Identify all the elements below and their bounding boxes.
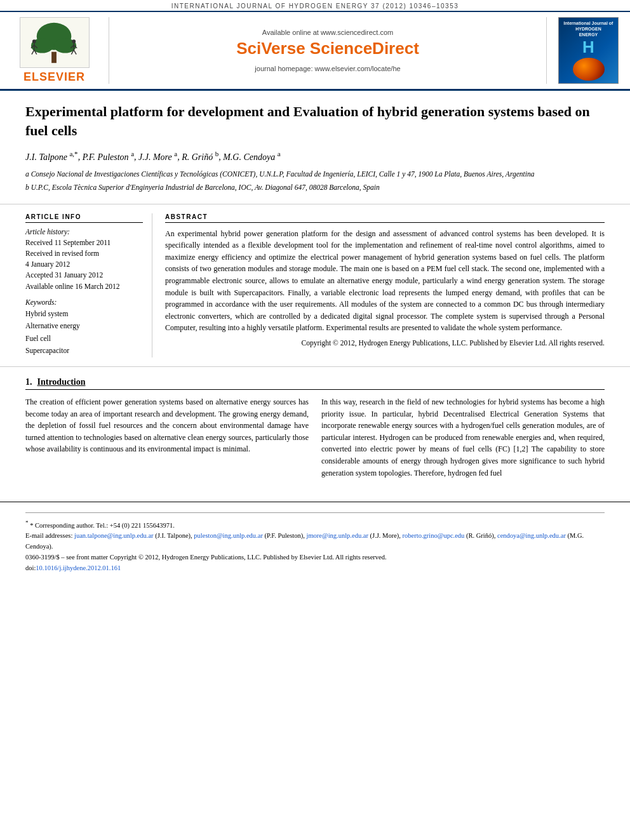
- article-meta-section: ARTICLE INFO Article history: Received 1…: [0, 204, 630, 367]
- email-cendoya[interactable]: cendoya@ing.unlp.edu.ar: [497, 532, 566, 539]
- journal-homepage: journal homepage: www.elsevier.com/locat…: [255, 65, 400, 72]
- header-center: Available online at www.sciencedirect.co…: [109, 17, 546, 84]
- footnote-star: *: [25, 519, 29, 526]
- footer-area: * * Corresponding author. Tel.: +54 (0) …: [0, 502, 630, 573]
- available-online-text: Available online at www.sciencedirect.co…: [262, 29, 393, 36]
- keywords-label: Keywords:: [25, 298, 143, 306]
- accepted-date: Accepted 31 January 2012: [25, 270, 143, 281]
- journal-topbar: INTERNATIONAL JOURNAL OF HYDROGEN ENERGY…: [0, 0, 630, 12]
- received-date: Received 11 September 2011: [25, 237, 143, 248]
- article-title: Experimental platform for development an…: [25, 102, 605, 140]
- journal-cover: International Journal ofHYDROGENENERGY H: [558, 17, 619, 84]
- keyword-fuel-cell: Fuel cell: [25, 333, 143, 345]
- section-number: 1.: [25, 377, 32, 387]
- keyword-alt-energy: Alternative energy: [25, 320, 143, 333]
- corresponding-author-text: * Corresponding author. Tel.: +54 (0) 22…: [30, 522, 175, 529]
- intro-right-col: In this way, research in the field of ne…: [321, 396, 605, 479]
- svg-point-5: [32, 39, 36, 43]
- doi-link[interactable]: 10.1016/j.ijhydene.2012.01.161: [36, 564, 121, 571]
- introduction-body: The creation of efficient power generati…: [25, 396, 605, 479]
- authors-line: J.I. Talpone a,*, P.F. Puleston a, J.J. …: [25, 149, 605, 164]
- svg-rect-1: [51, 52, 57, 63]
- svg-point-11: [72, 39, 76, 43]
- intro-left-text: The creation of efficient power generati…: [25, 396, 309, 455]
- revised-date: 4 January 2012: [25, 259, 143, 270]
- history-label: Article history:: [25, 228, 143, 236]
- article-history: Article history: Received 11 September 2…: [25, 228, 143, 292]
- journal-cover-area: International Journal ofHYDROGENENERGY H: [546, 17, 622, 84]
- journal-header: ELSEVIER Available online at www.science…: [0, 12, 630, 91]
- abstract-text: An experimental hybrid power generation …: [165, 228, 605, 334]
- email-label: E-mail addresses:: [25, 532, 72, 539]
- sciencedirect-text: ScienceDirect: [310, 39, 419, 58]
- section-heading-intro: 1. Introduction: [25, 377, 605, 390]
- keyword-supercap: Supercapacitor: [25, 345, 143, 357]
- abstract-label: ABSTRACT: [165, 213, 605, 223]
- revised-label: Received in revised form: [25, 248, 143, 259]
- email-puleston[interactable]: puleston@ing.unlp.edu.ar: [194, 532, 263, 539]
- elsevier-wordmark: ELSEVIER: [23, 70, 85, 84]
- issn-line: 0360-3199/$ – see front matter Copyright…: [25, 552, 605, 563]
- keywords-section: Keywords: Hybrid system Alternative ener…: [25, 298, 143, 357]
- email-addresses-line: E-mail addresses: juan.talpone@ing.unlp.…: [25, 531, 605, 552]
- email-talpone[interactable]: juan.talpone@ing.unlp.edu.ar: [74, 532, 154, 539]
- elsevier-logo: ELSEVIER: [20, 17, 90, 84]
- sciverse-text: SciVerse: [236, 39, 310, 58]
- journal-cover-h: H: [582, 39, 594, 55]
- keyword-hybrid: Hybrid system: [25, 308, 143, 321]
- intro-right-text: In this way, research in the field of ne…: [321, 396, 605, 479]
- journal-citation: INTERNATIONAL JOURNAL OF HYDROGEN ENERGY…: [171, 3, 459, 10]
- journal-cover-title: International Journal ofHYDROGENENERGY: [564, 20, 613, 37]
- footer-divider: [25, 512, 605, 513]
- copyright-text: Copyright © 2012, Hydrogen Energy Public…: [165, 339, 605, 347]
- sciverse-logo: SciVerse ScienceDirect: [236, 39, 419, 58]
- main-content: 1. Introduction The creation of efficien…: [0, 367, 630, 489]
- article-info-column: ARTICLE INFO Article history: Received 1…: [25, 213, 152, 357]
- section-title-intro: Introduction: [37, 377, 86, 387]
- corresponding-author-note: * * Corresponding author. Tel.: +54 (0) …: [25, 518, 605, 531]
- article-info-label: ARTICLE INFO: [25, 213, 143, 223]
- email-grino[interactable]: roberto.grino@upc.edu: [403, 532, 465, 539]
- affiliation-a: a Consejo Nacional de Investigaciones Ci…: [25, 169, 605, 180]
- email-more[interactable]: jmore@ing.unlp.edu.ar: [306, 532, 368, 539]
- journal-cover-globe: [573, 58, 605, 81]
- intro-left-col: The creation of efficient power generati…: [25, 396, 309, 479]
- article-title-area: Experimental platform for development an…: [0, 91, 630, 204]
- elsevier-logo-area: ELSEVIER: [8, 17, 109, 84]
- available-date: Available online 16 March 2012: [25, 281, 143, 292]
- affiliation-b: b U.P.C, Escola Tècnica Superior d'Engin…: [25, 182, 605, 193]
- doi-line: doi:10.1016/j.ijhydene.2012.01.161: [25, 563, 605, 574]
- abstract-paragraph: An experimental hybrid power generation …: [165, 228, 605, 334]
- abstract-column: ABSTRACT An experimental hybrid power ge…: [165, 213, 605, 357]
- elsevier-tree-logo: [20, 17, 90, 68]
